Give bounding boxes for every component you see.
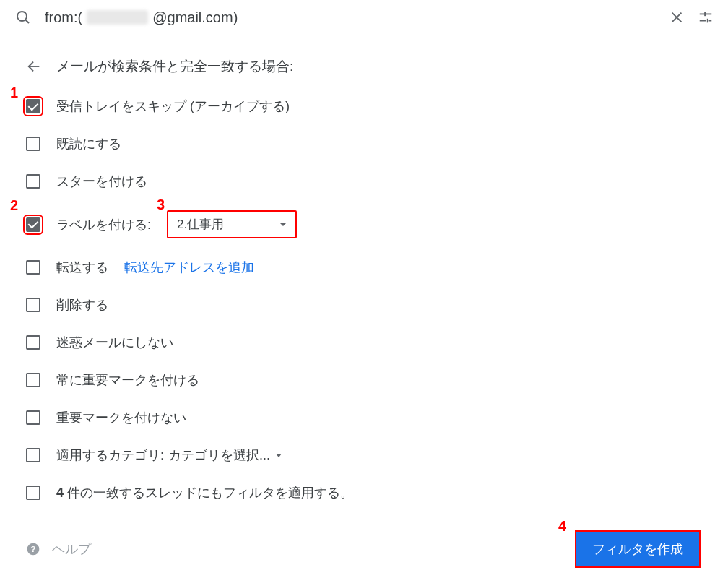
checkbox-forward[interactable] [26,260,40,275]
label-dropdown[interactable]: 2.仕事用 [167,210,297,238]
existing-suffix: 件の一致するスレッドにもフィルタを適用する。 [67,486,353,500]
heading-text: メールが検索条件と完全一致する場合: [56,57,293,76]
close-icon[interactable] [669,9,685,25]
checkbox-never-spam[interactable] [26,335,40,350]
option-forward: 転送する 転送先アドレスを追加 [26,259,702,276]
option-never-important: 重要マークを付けない [26,409,702,426]
label-never-important: 重要マークを付けない [56,409,186,426]
chevron-down-icon [276,454,282,457]
label-apply-existing: 4 件の一致するスレッドにもフィルタを適用する。 [56,484,353,501]
option-star: スターを付ける [26,173,702,190]
checkbox-delete[interactable] [26,298,40,312]
checkbox-always-important[interactable] [26,373,40,387]
checkbox-skip-inbox[interactable] [26,99,40,113]
label-category: 適用するカテゴリ: カテゴリを選択... [56,447,282,464]
help-label: ヘルプ [52,540,91,558]
svg-rect-7 [700,20,706,22]
svg-rect-4 [700,14,705,15]
query-prefix: from:( [45,9,82,26]
footer-wrap: 4 ? ヘルプ フィルタを作成 [26,532,702,566]
label-always-important: 常に重要マークを付ける [56,371,199,389]
checkbox-category[interactable] [26,448,40,462]
checkbox-never-important[interactable] [26,410,40,425]
filter-panel: メールが検索条件と完全一致する場合: 1 受信トレイをスキップ (アーカイブする… [0,35,728,578]
heading-row: メールが検索条件と完全一致する場合: [26,57,702,76]
option-apply-label: 2 ラベルを付ける: 3 2.仕事用 [26,210,702,238]
label-mark-read: 既読にする [56,135,121,152]
option-delete: 削除する [26,296,702,314]
category-label-text: 適用するカテゴリ: [56,447,164,464]
tune-icon[interactable] [698,9,714,25]
svg-line-1 [25,20,29,23]
svg-rect-8 [709,20,712,22]
svg-rect-5 [706,14,711,15]
label-star: スターを付ける [56,173,147,190]
svg-rect-6 [704,12,706,17]
label-skip-inbox: 受信トレイをスキップ (アーカイブする) [56,98,290,115]
category-dropdown-value: カテゴリを選択... [168,447,270,464]
checkbox-star[interactable] [26,174,40,189]
option-apply-existing: 4 件の一致するスレッドにもフィルタを適用する。 [26,484,702,501]
search-icon[interactable] [14,9,32,26]
category-dropdown[interactable]: カテゴリを選択... [168,447,282,464]
help-icon: ? [26,542,40,556]
search-query[interactable]: from:( @gmail.com) [45,9,656,26]
redacted-email-user [87,10,148,25]
checkbox-apply-label[interactable] [26,217,40,232]
back-icon[interactable] [26,59,42,74]
option-never-spam: 迷惑メールにしない [26,334,702,351]
options-list: 1 受信トレイをスキップ (アーカイブする) 既読にする スターを付ける 2 ラ… [26,98,702,501]
annotation-3: 3 [157,197,165,213]
label-apply-label: ラベルを付ける: [56,216,151,233]
label-never-spam: 迷惑メールにしない [56,334,173,351]
option-always-important: 常に重要マークを付ける [26,371,702,389]
chevron-down-icon [280,223,287,226]
create-filter-button[interactable]: フィルタを作成 [576,532,699,566]
option-skip-inbox: 1 受信トレイをスキップ (アーカイブする) [26,98,702,115]
existing-count: 4 [56,486,64,500]
option-category: 適用するカテゴリ: カテゴリを選択... [26,447,702,464]
help-group[interactable]: ? ヘルプ [26,540,91,558]
label-delete: 削除する [56,296,108,314]
svg-point-0 [17,12,27,21]
checkbox-apply-existing[interactable] [26,486,40,500]
option-mark-read: 既読にする [26,135,702,152]
annotation-1: 1 [10,85,18,101]
label-forward: 転送する [56,259,108,276]
query-suffix: @gmail.com) [152,9,238,26]
checkbox-mark-read[interactable] [26,137,40,151]
annotation-2: 2 [10,197,18,214]
svg-text:?: ? [30,544,35,553]
search-bar: from:( @gmail.com) [0,0,728,35]
add-forwarding-link[interactable]: 転送先アドレスを追加 [124,259,254,276]
svg-rect-9 [707,19,708,23]
label-dropdown-value: 2.仕事用 [177,216,224,233]
footer-row: ? ヘルプ フィルタを作成 [26,532,702,566]
